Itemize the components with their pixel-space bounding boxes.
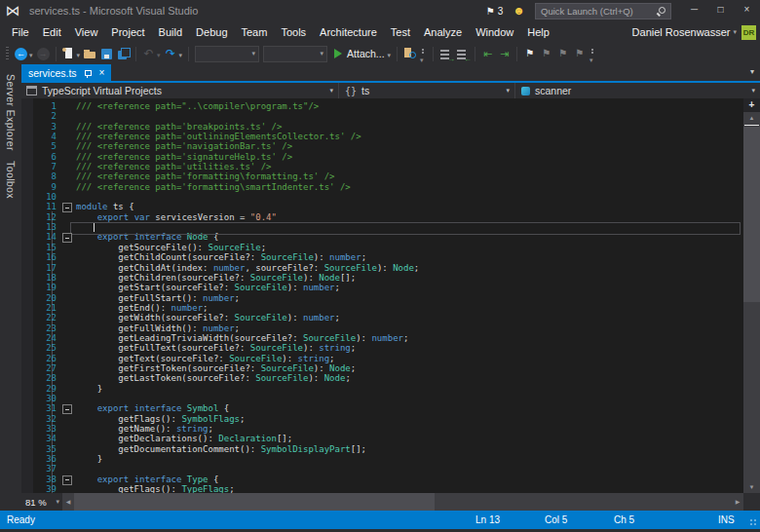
scroll-left-arrow-icon[interactable]: ◀ xyxy=(62,493,74,511)
code-line[interactable]: 1/// <reference path="..\compiler\progra… xyxy=(33,101,743,111)
code-line[interactable]: 34 getDeclarations(): Declaration[]; xyxy=(33,434,743,443)
user-avatar[interactable]: DR xyxy=(741,25,756,40)
code-line[interactable]: 37 xyxy=(33,464,743,474)
code-line[interactable]: 8/// <reference path='formatting\formatt… xyxy=(33,171,743,181)
code-line[interactable]: 22 getWidth(sourceFile?: SourceFile): nu… xyxy=(33,313,743,323)
tab-list-chevron-icon[interactable]: ▾ xyxy=(750,67,754,76)
code-line[interactable]: 4/// <reference path='outliningElementsC… xyxy=(33,132,743,141)
menu-item-debug[interactable]: Debug xyxy=(189,21,234,43)
navigate-backward-button[interactable]: ▾ xyxy=(13,47,35,61)
code-line[interactable]: 31 export interface Symbol { xyxy=(33,403,743,413)
code-line[interactable]: 29 } xyxy=(33,384,743,394)
new-file-button[interactable]: ▾ xyxy=(60,47,83,61)
menu-item-project[interactable]: Project xyxy=(104,21,151,43)
clear-bookmarks-button[interactable] xyxy=(571,47,588,61)
code-line[interactable]: 38 export interface Type { xyxy=(33,475,743,484)
close-button[interactable]: × xyxy=(734,0,760,21)
debug-target-combo[interactable]: ▾ xyxy=(195,46,259,62)
quick-launch-input[interactable]: Quick Launch (Ctrl+Q) xyxy=(535,3,671,19)
menu-item-view[interactable]: View xyxy=(68,21,105,43)
code-line[interactable]: 27 getFirstToken(sourceFile?: SourceFile… xyxy=(33,363,743,373)
code-line[interactable]: 26 getText(sourceFile?: SourceFile): str… xyxy=(33,354,743,363)
tab-close-icon[interactable]: × xyxy=(99,65,105,80)
fold-toggle[interactable] xyxy=(62,404,72,414)
member-dropdown[interactable]: scanner ▾ xyxy=(515,83,760,98)
server-explorer-tab[interactable]: Server Explorer xyxy=(5,74,17,151)
code-line[interactable]: 15 getSourceFile(): SourceFile; xyxy=(33,243,743,252)
code-line[interactable]: 5/// <reference path='navigationBar.ts' … xyxy=(33,141,743,151)
code-line[interactable]: 18 getChildren(sourceFile?: SourceFile):… xyxy=(33,273,743,283)
code-line[interactable]: 7/// <reference path='utilities.ts' /> xyxy=(33,162,743,171)
pin-icon[interactable] xyxy=(84,68,93,77)
scroll-down-arrow-icon[interactable]: ▼ xyxy=(743,481,760,493)
split-editor-handle[interactable]: + xyxy=(743,98,760,112)
menu-item-edit[interactable]: Edit xyxy=(36,21,68,43)
menu-item-window[interactable]: Window xyxy=(469,21,520,43)
project-dropdown[interactable]: TypeScript Virtual Projects ▾ xyxy=(21,83,339,98)
solution-config-combo[interactable]: ▾ xyxy=(263,46,327,62)
resize-grip[interactable] xyxy=(749,518,757,526)
menu-item-file[interactable]: File xyxy=(5,21,36,43)
tab-services-ts[interactable]: services.ts × xyxy=(21,64,111,81)
code-line[interactable]: 21 getEnd(): number; xyxy=(33,303,743,313)
code-line[interactable]: 10 xyxy=(33,192,743,202)
previous-bookmark-button[interactable] xyxy=(538,47,554,61)
code-line[interactable]: 24 getLeadingTriviaWidth(sourceFile?: So… xyxy=(33,333,743,343)
code-editor[interactable]: 1/// <reference path="..\compiler\progra… xyxy=(21,98,743,493)
toolbar-overflow-1[interactable] xyxy=(419,46,428,61)
type-dropdown[interactable]: {} ts ▾ xyxy=(339,83,515,98)
code-line[interactable]: 19 getStart(sourceFile?: SourceFile): nu… xyxy=(33,283,743,292)
uncomment-button[interactable] xyxy=(454,47,471,61)
vertical-scrollbar-thumb[interactable] xyxy=(743,127,760,302)
code-line[interactable]: 12 export var servicesVersion = "0.4" xyxy=(33,212,743,222)
vertical-scrollbar[interactable]: + ▲ ▼ xyxy=(743,98,760,493)
maximize-button[interactable]: □ xyxy=(707,0,734,21)
code-line[interactable]: 30 xyxy=(33,394,743,403)
horizontal-scrollbar[interactable] xyxy=(74,493,732,511)
toolbar-overflow-2[interactable] xyxy=(589,46,597,61)
code-line[interactable]: 39 getFlags(): TypeFlags; xyxy=(33,484,743,493)
save-all-button[interactable] xyxy=(115,47,132,61)
minimize-button[interactable]: ─ xyxy=(681,0,707,21)
scroll-right-arrow-icon[interactable]: ▶ xyxy=(732,493,743,511)
code-line[interactable]: 2 xyxy=(33,111,743,121)
menu-item-help[interactable]: Help xyxy=(520,21,556,43)
menu-item-team[interactable]: Team xyxy=(235,21,275,43)
notifications-button[interactable]: ⚑ 3 xyxy=(486,6,504,17)
code-line[interactable]: 9/// <reference path='formatting\smartIn… xyxy=(33,182,743,192)
open-file-button[interactable] xyxy=(82,47,98,61)
toggle-bookmark-button[interactable] xyxy=(521,47,538,61)
code-line[interactable]: 6/// <reference path='signatureHelp.ts' … xyxy=(33,152,743,162)
horizontal-scrollbar-thumb[interactable] xyxy=(74,493,435,511)
code-line[interactable]: 33 getName(): string; xyxy=(33,424,743,434)
code-line[interactable]: 16 getChildCount(sourceFile?: SourceFile… xyxy=(33,252,743,262)
toolbox-tab[interactable]: Toolbox xyxy=(5,161,17,199)
navigate-forward-button[interactable] xyxy=(35,47,52,61)
menu-item-build[interactable]: Build xyxy=(152,21,189,43)
user-name[interactable]: Daniel Rosenwasser xyxy=(632,26,731,38)
comment-out-button[interactable] xyxy=(437,47,454,61)
fold-toggle[interactable] xyxy=(62,475,72,485)
menu-item-test[interactable]: Test xyxy=(384,21,417,43)
glyph-margin[interactable] xyxy=(21,98,33,493)
find-in-files-button[interactable] xyxy=(401,47,418,61)
zoom-control[interactable]: 81 % ▾ xyxy=(21,493,62,511)
code-line[interactable]: 25 getFullText(sourceFile?: SourceFile):… xyxy=(33,343,743,353)
scroll-up-arrow-icon[interactable]: ▲ xyxy=(743,112,760,124)
next-bookmark-button[interactable] xyxy=(554,47,571,61)
fold-toggle[interactable] xyxy=(62,203,72,212)
code-line[interactable]: 23 getFullWidth(): number; xyxy=(33,323,743,333)
decrease-indent-button[interactable] xyxy=(479,47,496,61)
fold-toggle[interactable] xyxy=(62,233,72,243)
code-line[interactable]: 17 getChildAt(index: number, sourceFile?… xyxy=(33,263,743,273)
code-line[interactable]: 11module ts { xyxy=(33,202,743,211)
code-line[interactable]: 36 } xyxy=(33,454,743,464)
feedback-smiley-icon[interactable]: ☻ xyxy=(513,0,525,21)
save-button[interactable] xyxy=(98,47,115,61)
menu-item-analyze[interactable]: Analyze xyxy=(417,21,469,43)
redo-button[interactable]: ▾ xyxy=(163,47,185,61)
code-line[interactable]: 20 getFullStart(): number; xyxy=(33,293,743,303)
code-line[interactable]: 28 getLastToken(sourceFile?: SourceFile)… xyxy=(33,373,743,383)
toolbar-grip[interactable] xyxy=(6,47,9,60)
increase-indent-button[interactable] xyxy=(496,47,513,61)
